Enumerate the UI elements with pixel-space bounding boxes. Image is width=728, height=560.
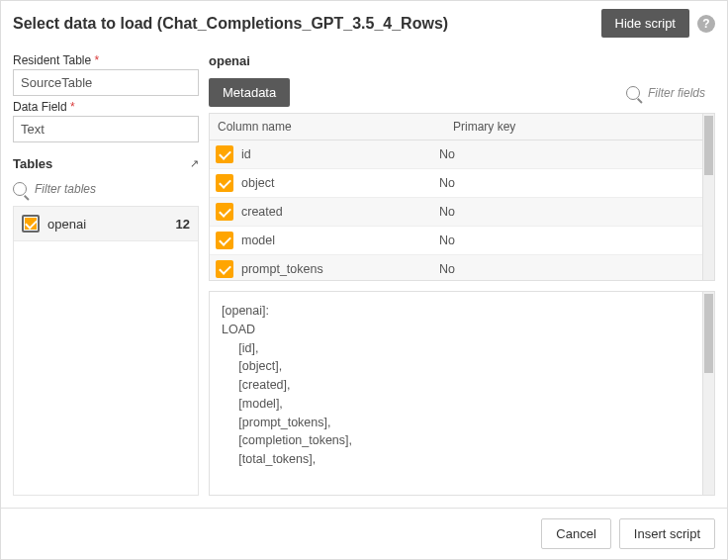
resident-table-label: Resident Table *: [13, 53, 199, 67]
script-panel: [openai]: LOAD [id], [object], [created]…: [209, 291, 715, 496]
columns-scroll: Column name Primary key id No object No …: [210, 114, 702, 280]
columns-header: Column name Primary key: [210, 114, 702, 140]
table-column-count: 12: [176, 217, 190, 232]
column-pk: No: [439, 233, 696, 247]
right-panel: openai Metadata Filter fields Column nam…: [209, 49, 715, 496]
column-row[interactable]: model No: [210, 227, 702, 255]
column-header-pk: Primary key: [445, 114, 702, 140]
column-name: prompt_tokens: [241, 262, 323, 276]
column-checkbox[interactable]: [216, 174, 233, 192]
column-name: id: [241, 147, 251, 161]
column-pk: No: [439, 262, 696, 276]
expand-icon[interactable]: ↗: [190, 157, 199, 170]
search-icon: [13, 182, 27, 196]
left-panel: Resident Table * Data Field * Tables ↗: [13, 49, 199, 496]
columns-panel: Column name Primary key id No object No …: [209, 113, 715, 281]
column-checkbox[interactable]: [216, 260, 233, 278]
column-pk: No: [439, 205, 696, 219]
column-pk: No: [439, 147, 696, 161]
script-scrollbar[interactable]: [702, 292, 714, 495]
tables-section-header: Tables ↗: [13, 156, 199, 171]
column-pk: No: [439, 176, 696, 190]
scrollbar-thumb[interactable]: [704, 294, 713, 373]
dialog-footer: Cancel Insert script: [1, 508, 727, 559]
dialog-body: Resident Table * Data Field * Tables ↗: [1, 46, 727, 508]
filter-tables-row: [13, 177, 199, 206]
help-icon[interactable]: ?: [697, 15, 715, 33]
tables-list: openai 12: [13, 206, 199, 496]
column-checkbox[interactable]: [216, 203, 233, 221]
column-name: model: [241, 233, 275, 247]
column-name: created: [241, 205, 283, 219]
resident-table-input[interactable]: [13, 69, 199, 96]
filter-fields-row[interactable]: Filter fields: [626, 86, 705, 100]
data-field-label-text: Data Field: [13, 100, 67, 114]
columns-scrollbar[interactable]: [702, 114, 714, 280]
required-asterisk: *: [95, 53, 100, 67]
column-name: object: [241, 176, 274, 190]
column-checkbox[interactable]: [216, 145, 233, 163]
cancel-button[interactable]: Cancel: [541, 518, 610, 549]
required-asterisk: *: [70, 100, 75, 114]
hide-script-button[interactable]: Hide script: [601, 9, 689, 38]
metadata-button[interactable]: Metadata: [209, 78, 290, 107]
column-row[interactable]: object No: [210, 169, 702, 198]
filter-tables-input[interactable]: [33, 181, 199, 197]
column-header-name: Column name: [210, 114, 445, 140]
select-data-dialog: Select data to load (Chat_Completions_GP…: [0, 0, 728, 560]
selected-table-title: openai: [209, 53, 715, 68]
column-row[interactable]: prompt_tokens No: [210, 255, 702, 280]
column-checkbox[interactable]: [216, 232, 233, 249]
table-checkbox[interactable]: [22, 215, 40, 233]
search-icon: [626, 86, 640, 100]
data-field-input[interactable]: [13, 116, 199, 142]
table-item-openai[interactable]: openai 12: [14, 207, 198, 241]
scrollbar-thumb[interactable]: [704, 116, 713, 175]
filter-fields-placeholder: Filter fields: [648, 86, 705, 100]
right-toolbar: Metadata Filter fields: [209, 78, 715, 107]
tables-section-title: Tables: [13, 156, 190, 171]
script-content: [openai]: LOAD [id], [object], [created]…: [210, 292, 702, 495]
table-name: openai: [47, 217, 168, 232]
column-row[interactable]: created No: [210, 198, 702, 227]
column-row[interactable]: id No: [210, 140, 702, 169]
data-field-label: Data Field *: [13, 100, 199, 114]
resident-table-label-text: Resident Table: [13, 53, 91, 67]
dialog-header: Select data to load (Chat_Completions_GP…: [1, 1, 727, 46]
dialog-title: Select data to load (Chat_Completions_GP…: [13, 15, 593, 33]
insert-script-button[interactable]: Insert script: [619, 518, 715, 549]
